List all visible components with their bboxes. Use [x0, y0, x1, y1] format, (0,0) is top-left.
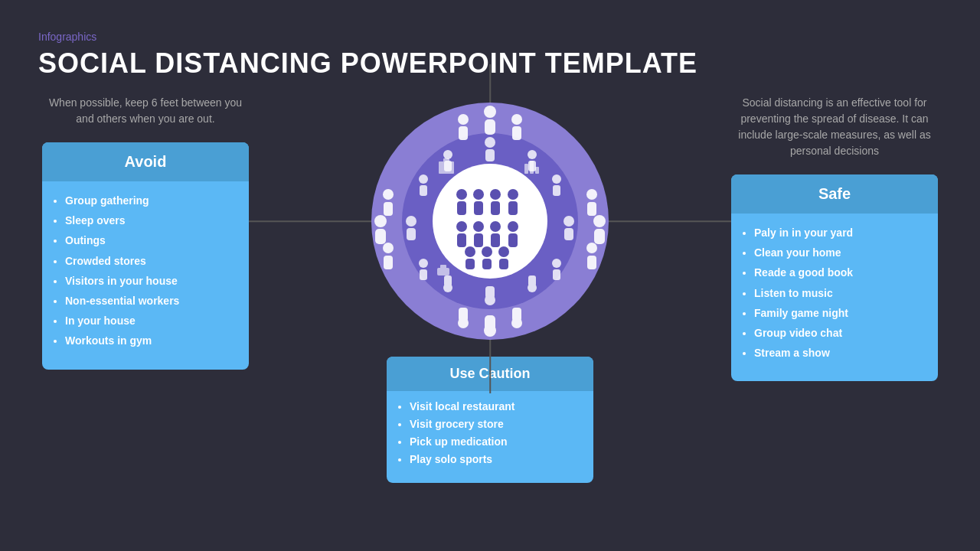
avoid-box: Avoid Group gathering Sleep overs Outing… — [42, 142, 249, 370]
svg-point-10 — [473, 221, 484, 232]
list-item: Play solo sports — [410, 453, 578, 465]
list-item: Visitors in your house — [65, 274, 234, 288]
list-item: Paly in in your yard — [754, 226, 923, 240]
list-item: Group gathering — [65, 194, 234, 207]
list-item: Pick up medication — [410, 435, 578, 448]
list-item: Outings — [65, 233, 234, 247]
svg-rect-11 — [474, 233, 483, 247]
circle-diagram — [371, 103, 609, 340]
list-item: Listen to music — [754, 286, 923, 300]
page: Infographics SOCIAL DISTANCING POWERPOIN… — [0, 0, 980, 551]
list-item: Visit local restaurant — [410, 400, 578, 412]
safe-header: Safe — [731, 174, 938, 214]
list-item: In your house — [65, 314, 234, 328]
list-item: Group video chat — [754, 326, 923, 340]
right-description: Social distancing is an effective tool f… — [727, 95, 942, 159]
caution-list: Visit local restaurant Visit grocery sto… — [387, 391, 593, 483]
right-section: Social distancing is an effective tool f… — [727, 95, 942, 381]
list-item: Visit grocery store — [410, 418, 578, 430]
svg-point-6 — [508, 189, 518, 200]
avoid-list: Group gathering Sleep overs Outings Crow… — [42, 181, 249, 370]
circle-inner — [433, 164, 547, 279]
svg-rect-5 — [491, 201, 500, 215]
list-item: Non-essential workers — [65, 294, 234, 308]
svg-rect-21 — [499, 259, 508, 269]
svg-rect-9 — [457, 233, 466, 247]
svg-point-12 — [490, 221, 501, 232]
list-item: Reade a good book — [754, 266, 923, 279]
content-area: When possible, keep 6 feet between you a… — [38, 95, 942, 483]
svg-rect-7 — [508, 201, 518, 215]
list-item: Crowded stores — [65, 254, 234, 268]
svg-rect-17 — [466, 259, 475, 269]
svg-rect-1 — [457, 201, 466, 215]
svg-rect-3 — [474, 201, 483, 215]
svg-point-4 — [490, 189, 501, 200]
list-item: Clean your home — [754, 246, 923, 259]
left-description: When possible, keep 6 feet between you a… — [38, 95, 253, 127]
svg-point-0 — [456, 189, 467, 200]
svg-point-20 — [498, 246, 509, 257]
inner-people-svg — [440, 171, 540, 271]
list-item: Family game night — [754, 306, 923, 320]
svg-point-2 — [473, 189, 484, 200]
svg-rect-15 — [508, 233, 518, 247]
svg-point-8 — [456, 221, 467, 232]
svg-rect-13 — [491, 233, 500, 247]
svg-rect-19 — [482, 259, 492, 269]
svg-point-18 — [482, 246, 492, 257]
left-section: When possible, keep 6 feet between you a… — [38, 95, 253, 370]
list-item: Stream a show — [754, 346, 923, 360]
category-label: Infographics — [38, 31, 942, 43]
list-item: Sleep overs — [65, 214, 234, 227]
safe-box: Safe Paly in in your yard Clean your hom… — [731, 174, 938, 381]
svg-point-14 — [508, 221, 518, 232]
center-section: Use Caution Visit local restaurant Visit… — [253, 95, 727, 483]
safe-list: Paly in in your yard Clean your home Rea… — [731, 214, 938, 381]
list-item: Workouts in gym — [65, 334, 234, 347]
avoid-header: Avoid — [42, 142, 249, 181]
svg-point-16 — [465, 246, 475, 257]
